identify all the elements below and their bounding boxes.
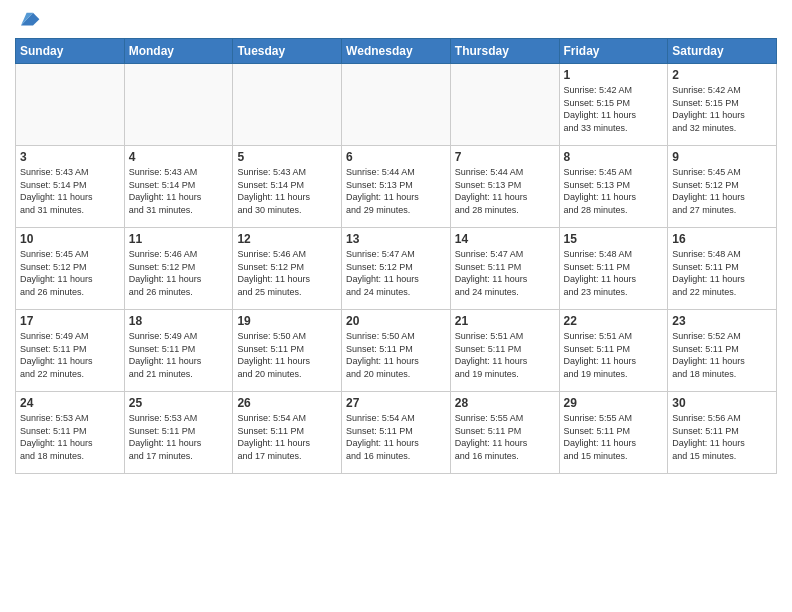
- calendar-cell: 11Sunrise: 5:46 AMSunset: 5:12 PMDayligh…: [124, 228, 233, 310]
- day-info: Sunrise: 5:52 AMSunset: 5:11 PMDaylight:…: [672, 330, 772, 380]
- day-info: Sunrise: 5:44 AMSunset: 5:13 PMDaylight:…: [346, 166, 446, 216]
- calendar-cell: 20Sunrise: 5:50 AMSunset: 5:11 PMDayligh…: [342, 310, 451, 392]
- calendar-cell: 8Sunrise: 5:45 AMSunset: 5:13 PMDaylight…: [559, 146, 668, 228]
- day-info: Sunrise: 5:55 AMSunset: 5:11 PMDaylight:…: [564, 412, 664, 462]
- day-info: Sunrise: 5:55 AMSunset: 5:11 PMDaylight:…: [455, 412, 555, 462]
- calendar-cell: [16, 64, 125, 146]
- day-number: 14: [455, 232, 555, 246]
- day-number: 17: [20, 314, 120, 328]
- day-number: 2: [672, 68, 772, 82]
- day-number: 3: [20, 150, 120, 164]
- day-info: Sunrise: 5:47 AMSunset: 5:11 PMDaylight:…: [455, 248, 555, 298]
- day-info: Sunrise: 5:53 AMSunset: 5:11 PMDaylight:…: [20, 412, 120, 462]
- day-info: Sunrise: 5:49 AMSunset: 5:11 PMDaylight:…: [129, 330, 229, 380]
- day-number: 22: [564, 314, 664, 328]
- day-info: Sunrise: 5:46 AMSunset: 5:12 PMDaylight:…: [237, 248, 337, 298]
- day-number: 10: [20, 232, 120, 246]
- calendar-week-4: 17Sunrise: 5:49 AMSunset: 5:11 PMDayligh…: [16, 310, 777, 392]
- day-info: Sunrise: 5:45 AMSunset: 5:12 PMDaylight:…: [20, 248, 120, 298]
- weekday-header-friday: Friday: [559, 39, 668, 64]
- day-info: Sunrise: 5:44 AMSunset: 5:13 PMDaylight:…: [455, 166, 555, 216]
- day-number: 21: [455, 314, 555, 328]
- calendar-cell: 15Sunrise: 5:48 AMSunset: 5:11 PMDayligh…: [559, 228, 668, 310]
- weekday-header-wednesday: Wednesday: [342, 39, 451, 64]
- calendar-cell: 5Sunrise: 5:43 AMSunset: 5:14 PMDaylight…: [233, 146, 342, 228]
- day-number: 7: [455, 150, 555, 164]
- day-info: Sunrise: 5:50 AMSunset: 5:11 PMDaylight:…: [237, 330, 337, 380]
- calendar-cell: 27Sunrise: 5:54 AMSunset: 5:11 PMDayligh…: [342, 392, 451, 474]
- calendar-cell: 3Sunrise: 5:43 AMSunset: 5:14 PMDaylight…: [16, 146, 125, 228]
- calendar-cell: 9Sunrise: 5:45 AMSunset: 5:12 PMDaylight…: [668, 146, 777, 228]
- day-info: Sunrise: 5:48 AMSunset: 5:11 PMDaylight:…: [564, 248, 664, 298]
- day-info: Sunrise: 5:48 AMSunset: 5:11 PMDaylight:…: [672, 248, 772, 298]
- calendar-cell: 23Sunrise: 5:52 AMSunset: 5:11 PMDayligh…: [668, 310, 777, 392]
- day-number: 9: [672, 150, 772, 164]
- day-info: Sunrise: 5:43 AMSunset: 5:14 PMDaylight:…: [237, 166, 337, 216]
- header: [15, 10, 777, 30]
- calendar-cell: 7Sunrise: 5:44 AMSunset: 5:13 PMDaylight…: [450, 146, 559, 228]
- day-info: Sunrise: 5:54 AMSunset: 5:11 PMDaylight:…: [346, 412, 446, 462]
- calendar-cell: 28Sunrise: 5:55 AMSunset: 5:11 PMDayligh…: [450, 392, 559, 474]
- calendar-cell: 1Sunrise: 5:42 AMSunset: 5:15 PMDaylight…: [559, 64, 668, 146]
- calendar-week-2: 3Sunrise: 5:43 AMSunset: 5:14 PMDaylight…: [16, 146, 777, 228]
- day-number: 25: [129, 396, 229, 410]
- calendar-cell: 12Sunrise: 5:46 AMSunset: 5:12 PMDayligh…: [233, 228, 342, 310]
- calendar-table: SundayMondayTuesdayWednesdayThursdayFrid…: [15, 38, 777, 474]
- calendar-cell: 17Sunrise: 5:49 AMSunset: 5:11 PMDayligh…: [16, 310, 125, 392]
- day-info: Sunrise: 5:56 AMSunset: 5:11 PMDaylight:…: [672, 412, 772, 462]
- calendar-cell: 6Sunrise: 5:44 AMSunset: 5:13 PMDaylight…: [342, 146, 451, 228]
- day-number: 24: [20, 396, 120, 410]
- day-number: 5: [237, 150, 337, 164]
- calendar-cell: 18Sunrise: 5:49 AMSunset: 5:11 PMDayligh…: [124, 310, 233, 392]
- logo-icon: [17, 10, 41, 30]
- day-number: 27: [346, 396, 446, 410]
- day-info: Sunrise: 5:42 AMSunset: 5:15 PMDaylight:…: [564, 84, 664, 134]
- calendar-cell: 13Sunrise: 5:47 AMSunset: 5:12 PMDayligh…: [342, 228, 451, 310]
- day-info: Sunrise: 5:47 AMSunset: 5:12 PMDaylight:…: [346, 248, 446, 298]
- calendar-week-1: 1Sunrise: 5:42 AMSunset: 5:15 PMDaylight…: [16, 64, 777, 146]
- calendar-cell: 25Sunrise: 5:53 AMSunset: 5:11 PMDayligh…: [124, 392, 233, 474]
- calendar-cell: 21Sunrise: 5:51 AMSunset: 5:11 PMDayligh…: [450, 310, 559, 392]
- weekday-header-sunday: Sunday: [16, 39, 125, 64]
- day-number: 19: [237, 314, 337, 328]
- day-number: 4: [129, 150, 229, 164]
- day-number: 8: [564, 150, 664, 164]
- calendar-cell: 19Sunrise: 5:50 AMSunset: 5:11 PMDayligh…: [233, 310, 342, 392]
- calendar-cell: 2Sunrise: 5:42 AMSunset: 5:15 PMDaylight…: [668, 64, 777, 146]
- calendar-cell: [450, 64, 559, 146]
- calendar-week-5: 24Sunrise: 5:53 AMSunset: 5:11 PMDayligh…: [16, 392, 777, 474]
- calendar-week-3: 10Sunrise: 5:45 AMSunset: 5:12 PMDayligh…: [16, 228, 777, 310]
- calendar-cell: 24Sunrise: 5:53 AMSunset: 5:11 PMDayligh…: [16, 392, 125, 474]
- day-number: 16: [672, 232, 772, 246]
- calendar-cell: 22Sunrise: 5:51 AMSunset: 5:11 PMDayligh…: [559, 310, 668, 392]
- calendar-cell: 10Sunrise: 5:45 AMSunset: 5:12 PMDayligh…: [16, 228, 125, 310]
- day-number: 23: [672, 314, 772, 328]
- calendar-cell: [124, 64, 233, 146]
- calendar-cell: [342, 64, 451, 146]
- day-info: Sunrise: 5:46 AMSunset: 5:12 PMDaylight:…: [129, 248, 229, 298]
- day-info: Sunrise: 5:45 AMSunset: 5:13 PMDaylight:…: [564, 166, 664, 216]
- day-info: Sunrise: 5:53 AMSunset: 5:11 PMDaylight:…: [129, 412, 229, 462]
- weekday-header-monday: Monday: [124, 39, 233, 64]
- calendar-cell: 16Sunrise: 5:48 AMSunset: 5:11 PMDayligh…: [668, 228, 777, 310]
- page-container: SundayMondayTuesdayWednesdayThursdayFrid…: [0, 0, 792, 479]
- weekday-header-saturday: Saturday: [668, 39, 777, 64]
- day-info: Sunrise: 5:43 AMSunset: 5:14 PMDaylight:…: [129, 166, 229, 216]
- weekday-header-tuesday: Tuesday: [233, 39, 342, 64]
- calendar-cell: 26Sunrise: 5:54 AMSunset: 5:11 PMDayligh…: [233, 392, 342, 474]
- day-info: Sunrise: 5:43 AMSunset: 5:14 PMDaylight:…: [20, 166, 120, 216]
- day-number: 28: [455, 396, 555, 410]
- day-number: 11: [129, 232, 229, 246]
- day-info: Sunrise: 5:54 AMSunset: 5:11 PMDaylight:…: [237, 412, 337, 462]
- day-info: Sunrise: 5:50 AMSunset: 5:11 PMDaylight:…: [346, 330, 446, 380]
- calendar-cell: 14Sunrise: 5:47 AMSunset: 5:11 PMDayligh…: [450, 228, 559, 310]
- day-number: 12: [237, 232, 337, 246]
- calendar-cell: 29Sunrise: 5:55 AMSunset: 5:11 PMDayligh…: [559, 392, 668, 474]
- logo: [15, 10, 41, 30]
- day-info: Sunrise: 5:51 AMSunset: 5:11 PMDaylight:…: [455, 330, 555, 380]
- day-info: Sunrise: 5:42 AMSunset: 5:15 PMDaylight:…: [672, 84, 772, 134]
- day-number: 13: [346, 232, 446, 246]
- weekday-header-row: SundayMondayTuesdayWednesdayThursdayFrid…: [16, 39, 777, 64]
- day-number: 6: [346, 150, 446, 164]
- day-number: 18: [129, 314, 229, 328]
